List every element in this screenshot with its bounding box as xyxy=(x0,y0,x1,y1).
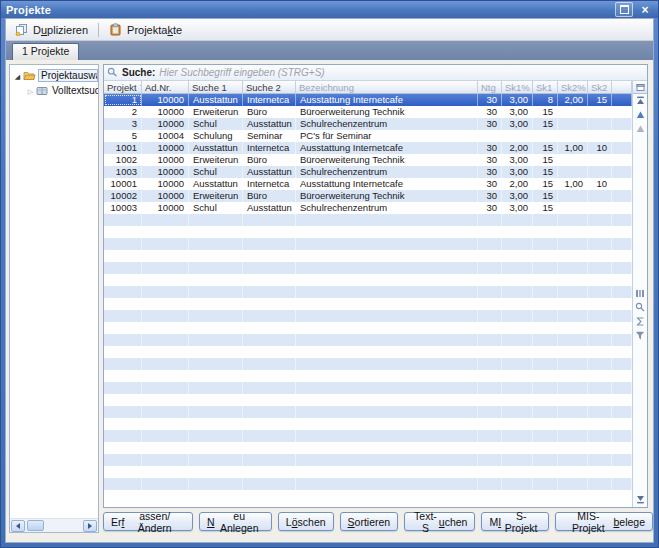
cell-bezeichnung xyxy=(296,358,478,370)
cell-sk1pct xyxy=(502,238,533,250)
column-header-bezeichnung[interactable]: Bezeichnung xyxy=(296,81,478,94)
close-button[interactable] xyxy=(637,3,653,16)
mis-projekt-button[interactable]: MIS-Projekt xyxy=(481,512,549,531)
table-row-empty xyxy=(104,214,632,226)
cell-sk2pct xyxy=(558,322,588,334)
column-settings-button[interactable] xyxy=(633,287,647,299)
cell-adnr: 10004 xyxy=(142,130,189,142)
cell-ntg xyxy=(478,466,502,478)
column-header-sk2pct[interactable]: Sk2% xyxy=(558,81,588,94)
column-header-suche1[interactable]: Suche 1 xyxy=(189,81,243,94)
cell-suche1 xyxy=(189,322,243,334)
cell-ntg xyxy=(478,370,502,382)
cell-projekt xyxy=(104,466,142,478)
column-header-sk2[interactable]: Sk2 xyxy=(588,81,612,94)
column-header-filler[interactable] xyxy=(612,81,632,94)
scroll-to-top-icon xyxy=(636,96,645,106)
projektakte-button[interactable]: Projektakte xyxy=(104,22,187,37)
column-header-adnr[interactable]: Ad.Nr. xyxy=(142,81,189,94)
sidebar-horizontal-scrollbar[interactable] xyxy=(10,518,98,532)
column-header-sk1[interactable]: Sk1 xyxy=(533,81,558,94)
tab-projekte[interactable]: 1 Projekte xyxy=(12,43,79,60)
cell-sk1pct xyxy=(502,454,533,466)
cell-suche2 xyxy=(243,382,296,394)
sum-button[interactable] xyxy=(633,315,647,327)
tree-item-label[interactable]: Volltextsuche xyxy=(50,85,98,96)
search-input[interactable] xyxy=(159,67,644,79)
table-row[interactable]: 310000SchulAusstattunSchulrechenzentrum3… xyxy=(104,118,632,130)
cell-sk1pct xyxy=(502,130,533,142)
column-header-ntg[interactable]: Ntg xyxy=(478,81,502,94)
table-row[interactable]: 100210000ErweiterunBüroBüroerweiterung T… xyxy=(104,154,632,166)
loeschen-button[interactable]: Löschen xyxy=(278,512,334,531)
cell-suche2: Büro xyxy=(243,106,296,118)
table-row-empty xyxy=(104,238,632,250)
restore-button[interactable] xyxy=(615,2,633,17)
cell-adnr xyxy=(142,310,189,322)
tree-item-label[interactable]: Projektauswahl xyxy=(38,69,98,82)
table-row[interactable]: 1000210000ErweiterunBüroBüroerweiterung … xyxy=(104,190,632,202)
column-chooser-button[interactable] xyxy=(633,81,647,94)
cell-sk2pct xyxy=(558,214,588,226)
cell-projekt xyxy=(104,442,142,454)
cell-sk1pct xyxy=(502,262,533,274)
neu-anlegen-button[interactable]: Neu Anlegen xyxy=(199,512,272,531)
grid-search-button[interactable] xyxy=(633,301,647,313)
table-row[interactable]: 510004SchulungSeminarPC's für Seminar xyxy=(104,130,632,142)
filter-button[interactable] xyxy=(633,329,647,341)
cell-sk1: 15 xyxy=(533,154,558,166)
expander-expanded-icon[interactable] xyxy=(13,70,22,81)
cell-sk2 xyxy=(588,478,612,490)
cell-ntg: 30 xyxy=(478,118,502,130)
cell-sk1 xyxy=(533,346,558,358)
cell-bezeichnung xyxy=(296,394,478,406)
scroll-up-page-button[interactable] xyxy=(633,123,647,135)
duplizieren-button[interactable]: Duplizieren xyxy=(10,22,93,37)
table-row[interactable]: 210000ErweiterunBüroBüroerweiterung Tech… xyxy=(104,106,632,118)
cell-suche2 xyxy=(243,310,296,322)
cell-filler xyxy=(612,322,632,334)
sortieren-button[interactable]: Sortieren xyxy=(340,512,399,531)
cell-ntg xyxy=(478,238,502,250)
cell-suche2 xyxy=(243,298,296,310)
table-row[interactable]: 1000110000AusstattunInternetcaAusstattun… xyxy=(104,178,632,190)
column-header-projekt[interactable]: Projekt xyxy=(104,81,142,94)
scroll-up-button[interactable] xyxy=(633,109,647,121)
cell-bezeichnung xyxy=(296,322,478,334)
cell-projekt: 1 xyxy=(104,94,142,106)
expander-collapsed-icon[interactable] xyxy=(26,85,35,96)
cell-bezeichnung xyxy=(296,262,478,274)
table-row[interactable]: 1000310000SchulAusstattunSchulrechenzent… xyxy=(104,202,632,214)
cell-bezeichnung xyxy=(296,346,478,358)
erfassen-aendern-button[interactable]: Erfassen/Ändern xyxy=(103,512,193,531)
cell-sk2pct xyxy=(558,454,588,466)
column-header-sk1pct[interactable]: Sk1% xyxy=(502,81,533,94)
table-row[interactable]: 100110000AusstattunInternetcaAusstattung… xyxy=(104,142,632,154)
cell-projekt xyxy=(104,346,142,358)
cell-sk2 xyxy=(588,106,612,118)
cell-sk1 xyxy=(533,310,558,322)
tree-item-volltextsuche[interactable]: Volltextsuche xyxy=(10,83,98,98)
cell-sk1pct: 3,00 xyxy=(502,154,533,166)
cell-suche1 xyxy=(189,418,243,430)
cell-adnr: 10000 xyxy=(142,178,189,190)
scroll-left-button[interactable] xyxy=(11,520,25,532)
cell-sk2pct xyxy=(558,286,588,298)
table-row[interactable]: 110000AusstattunInternetcaAusstattung In… xyxy=(104,94,632,106)
table-row[interactable]: 100310000SchulAusstattunSchulrechenzentr… xyxy=(104,166,632,178)
scroll-to-top-button[interactable] xyxy=(633,95,647,107)
scroll-to-end-button[interactable] xyxy=(633,493,647,505)
cell-sk2: 10 xyxy=(588,142,612,154)
cell-bezeichnung xyxy=(296,286,478,298)
text-suchen-button[interactable]: Text-Suchen xyxy=(404,512,475,531)
mis-projektbelege-button[interactable]: MIS-Projektbelege xyxy=(555,512,653,531)
cell-projekt xyxy=(104,478,142,490)
scrollbar-thumb[interactable] xyxy=(27,520,44,531)
tree-item-projektauswahl[interactable]: Projektauswahl xyxy=(10,68,98,83)
cell-suche2 xyxy=(243,454,296,466)
table-row-empty xyxy=(104,274,632,286)
column-header-suche2[interactable]: Suche 2 xyxy=(243,81,296,94)
scroll-right-button[interactable] xyxy=(83,520,97,532)
cell-suche2 xyxy=(243,262,296,274)
cell-projekt xyxy=(104,214,142,226)
